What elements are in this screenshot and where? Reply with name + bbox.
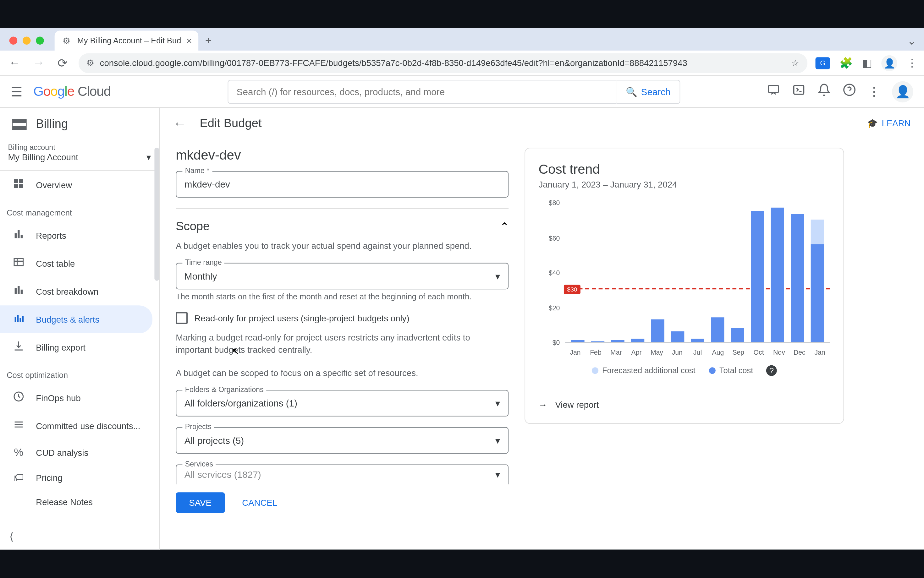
sidebar-item-label: Release Notes [36,497,93,507]
help-tooltip-icon[interactable]: ? [766,365,777,376]
bar-group[interactable] [727,203,748,342]
folders-value: All folders/organizations (1) [184,398,297,408]
profile-avatar-icon[interactable]: 👤 [881,55,897,71]
sidebar-item-cost-table[interactable]: Cost table [0,249,159,278]
dropdown-icon: ▾ [495,398,500,408]
legend-total: Total cost [709,366,753,375]
sidebar-title[interactable]: Billing [0,108,159,140]
time-range-select[interactable]: Monthly ▾ [176,263,509,290]
legend-dot-total [709,367,715,374]
chevron-up-icon: ⌃ [500,220,509,233]
search-button[interactable]: 🔍 Search [616,80,680,103]
bar-group[interactable] [588,203,608,342]
sidebar-title-label: Billing [36,117,68,131]
sidebar-item-budgets[interactable]: Budgets & alerts [0,305,153,333]
sidebar-item-overview[interactable]: Overview [0,171,159,199]
bar-group[interactable] [568,203,588,342]
notifications-icon[interactable] [817,83,831,100]
legend-total-label: Total cost [719,366,753,375]
bar-total [631,339,644,342]
sidebar-scrollbar[interactable] [154,148,159,281]
account-avatar-icon[interactable]: 👤 [892,81,913,102]
y-tick: $0 [553,339,560,346]
y-tick: $40 [549,269,560,276]
sidebar-item-reports[interactable]: Reports [0,221,159,249]
sidebar-item-label: Overview [36,180,72,190]
side-panel-icon[interactable]: ◧ [862,57,872,69]
x-tick: Jan [565,349,586,356]
bar-group[interactable] [628,203,648,342]
readonly-checkbox[interactable] [176,312,188,324]
sidebar-item-pricing[interactable]: 🏷 Pricing [0,465,159,490]
back-button[interactable]: ← [7,56,23,70]
nav-menu-icon[interactable]: ☰ [11,84,23,99]
browser-tab[interactable]: ⚙ My Billing Account – Edit Bud × [55,31,198,50]
reload-button[interactable]: ⟳ [55,55,71,70]
bar-total [751,211,764,342]
more-menu-icon[interactable]: ⋮ [868,84,880,99]
bar-group[interactable] [648,203,668,342]
sidebar-item-cud[interactable]: Committed use discounts... [0,412,159,440]
translate-icon[interactable]: G [815,57,830,69]
bar-group[interactable] [608,203,628,342]
sidebar-item-label: Reports [36,231,66,240]
bar-group[interactable] [748,203,768,342]
svg-rect-16 [15,317,16,322]
cloud-shell-icon[interactable] [792,83,805,100]
new-tab-button[interactable]: + [205,34,211,47]
tab-title: My Billing Account – Edit Bud [77,36,181,45]
sidebar-item-label: Billing export [36,343,86,352]
site-info-icon[interactable]: ⚙ [86,58,94,68]
minimize-window-button[interactable] [23,36,31,44]
projects-select[interactable]: All projects (5) ▾ [176,427,509,454]
chat-icon[interactable] [767,83,780,100]
chart-legend: Forecasted additional cost Total cost ? [538,365,830,376]
learn-button[interactable]: 🎓 LEARN [867,119,911,128]
gcp-logo[interactable]: Google Cloud [33,84,111,99]
folders-select[interactable]: All folders/organizations (1) ▾ [176,390,509,417]
bar-group[interactable] [708,203,727,342]
cancel-button[interactable]: CANCEL [234,492,285,513]
services-select[interactable]: All services (1827) ▾ [176,464,509,484]
x-tick: Jul [687,349,708,356]
bar-group[interactable] [787,203,808,342]
bar-total [771,208,784,342]
bar-group[interactable] [688,203,708,342]
bookmark-star-icon[interactable]: ☆ [791,58,799,68]
bar-group[interactable] [807,203,828,342]
save-button[interactable]: SAVE [176,492,225,513]
extensions-icon[interactable]: 🧩 [839,57,852,69]
billing-account-selector[interactable]: Billing account My Billing Account ▾ [0,140,159,171]
view-report-link[interactable]: → View report [538,389,830,410]
chart-y-axis: $80$60$40$20$0 [538,203,562,343]
search-input[interactable] [228,80,616,103]
browser-menu-icon[interactable]: ⋮ [907,57,917,69]
forward-button[interactable]: → [31,56,47,70]
sidebar-item-cud-analysis[interactable]: % CUD analysis [0,440,159,465]
tabs-dropdown-icon[interactable]: ⌄ [904,32,918,50]
close-tab-icon[interactable]: × [186,35,192,46]
folders-field: Folders & Organizations All folders/orga… [176,390,509,417]
svg-rect-8 [18,230,20,238]
maximize-window-button[interactable] [36,36,44,44]
sidebar-item-release-notes[interactable]: Release Notes [0,490,159,514]
collapse-sidebar-icon[interactable]: ⟨ [10,530,13,543]
legend-forecast: Forecasted additional cost [592,366,696,375]
back-arrow-icon[interactable]: ← [173,116,186,131]
url-input[interactable]: ⚙ console.cloud.google.com/billing/00178… [78,53,807,73]
help-icon[interactable] [843,83,856,100]
chart-panel: Cost trend January 1, 2023 – January 31,… [525,148,844,549]
bar-group[interactable] [768,203,787,342]
dropdown-icon: ▾ [495,435,500,446]
sidebar-item-export[interactable]: Billing export [0,333,159,361]
sidebar-item-cost-breakdown[interactable]: Cost breakdown [0,278,159,305]
scope-section-header[interactable]: Scope ⌃ [176,219,509,234]
x-tick: Oct [748,349,769,356]
dropdown-icon: ▾ [146,153,151,162]
x-tick: Jan [810,349,830,356]
name-input[interactable] [176,171,509,198]
budget-form: mkdev-dev Name * Scope ⌃ A budget enable… [176,148,509,549]
sidebar-item-finops[interactable]: FinOps hub [0,384,159,412]
close-window-button[interactable] [10,36,17,44]
bar-group[interactable] [667,203,688,342]
